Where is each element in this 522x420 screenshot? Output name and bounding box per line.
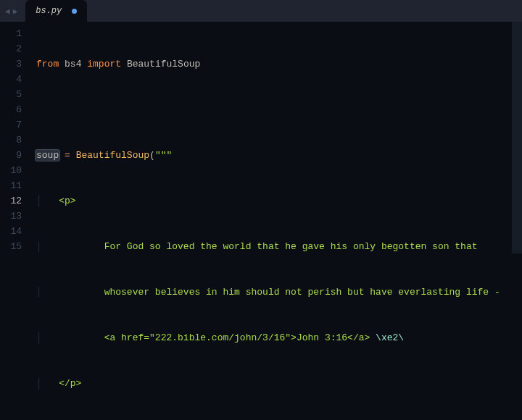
code-line: │ <a href="222.bible.com/john/3/16">John… <box>30 330 522 345</box>
tab-bar: ◀ ▶ bs.py <box>0 0 522 22</box>
line-number: 4 <box>0 72 22 87</box>
line-number: 9 <box>0 148 22 163</box>
tab-filename: bs.py <box>36 6 62 16</box>
line-number: 11 <box>0 178 22 193</box>
line-number: 3 <box>0 56 22 72</box>
line-number: 6 <box>0 102 22 117</box>
line-number: 7 <box>0 117 22 133</box>
line-number: 15 <box>0 239 22 254</box>
nav-forward-icon[interactable]: ▶ <box>12 7 19 16</box>
editor[interactable]: 1 2 3 4 5 6 7 8 9 10 11 12 13 14 15 from… <box>0 22 522 420</box>
line-number: 13 <box>0 209 22 224</box>
line-number: 10 <box>0 163 22 178</box>
code-line: │ </p> <box>30 376 522 391</box>
code-line: │ <p> <box>30 193 522 209</box>
word-highlight: soup <box>36 150 59 161</box>
code-area[interactable]: from bs4 import BeautifulSoup soup = Bea… <box>30 22 522 420</box>
line-number: 1 <box>0 26 22 41</box>
tab-nav-arrows: ◀ ▶ <box>0 0 22 22</box>
nav-back-icon[interactable]: ◀ <box>4 7 11 16</box>
line-number: 12 <box>0 193 22 209</box>
code-line: │ whosever believes in him should not pe… <box>30 285 522 300</box>
code-line <box>30 102 522 117</box>
code-line: from bs4 import BeautifulSoup <box>30 56 522 72</box>
line-number: 5 <box>0 87 22 102</box>
code-line: │ For God so loved the world that he gav… <box>30 239 522 254</box>
line-number-gutter: 1 2 3 4 5 6 7 8 9 10 11 12 13 14 15 <box>0 22 30 420</box>
line-number: 8 <box>0 133 22 148</box>
dirty-indicator-icon <box>72 9 77 14</box>
minimap-scrollbar[interactable] <box>512 22 522 253</box>
code-line: soup = BeautifulSoup(""" <box>30 148 522 163</box>
line-number: 14 <box>0 224 22 239</box>
line-number: 2 <box>0 41 22 56</box>
tab-file[interactable]: bs.py <box>25 0 87 22</box>
